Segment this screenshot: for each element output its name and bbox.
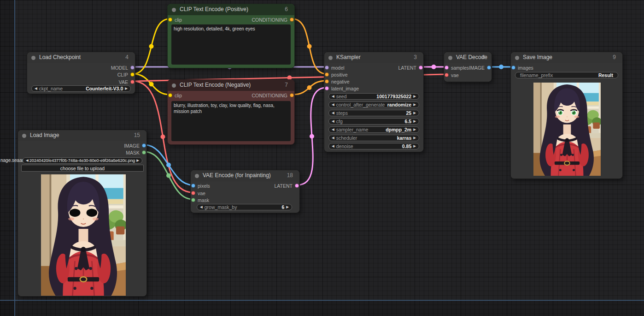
increment-arrow-icon[interactable]: ▶ — [286, 205, 289, 209]
ksampler-widget-denoise[interactable]: ◀denoise0.85▶ — [328, 143, 419, 149]
input-slot-vae[interactable]: vae — [445, 72, 459, 78]
input-slot-vae[interactable]: vae — [191, 190, 205, 197]
node-title-bar[interactable]: CLIP Text Encode (Positive) 6 — [168, 4, 294, 15]
positive-prompt-textarea[interactable]: high resolution, detailed, 4k, green eye… — [171, 24, 291, 65]
input-slot-negative[interactable]: negative — [325, 78, 350, 85]
conditioning-slot-dot[interactable] — [325, 79, 329, 83]
input-slot-model[interactable]: model — [325, 64, 345, 71]
increment-arrow-icon[interactable]: ▶ — [413, 103, 416, 107]
node-vae-decode[interactable]: VAE Decode 8 samples vae IMAGE — [444, 52, 492, 82]
increment-arrow-icon[interactable]: ▶ — [413, 119, 416, 123]
node-title-bar[interactable]: Load Image 15 — [18, 130, 146, 141]
save-image-preview[interactable] — [533, 83, 601, 176]
decrement-arrow-icon[interactable]: ◀ — [26, 159, 29, 162]
load-image-preview[interactable] — [41, 174, 126, 296]
link-midpoint-dot[interactable] — [499, 65, 503, 69]
input-slot-latent-image[interactable]: latent_image — [325, 85, 359, 92]
node-ksampler[interactable]: KSampler 3 model positive negative laten… — [324, 52, 424, 152]
latent-slot-dot[interactable] — [325, 86, 329, 90]
latent-slot-dot[interactable] — [445, 66, 449, 70]
collapse-dot-icon[interactable] — [328, 56, 333, 60]
node-title-bar[interactable]: VAE Decode 8 — [444, 52, 492, 63]
mask-slot-dot[interactable] — [142, 150, 146, 155]
input-slot-samples[interactable]: samples — [445, 64, 469, 71]
node-clip-text-encode-negative[interactable]: CLIP Text Encode (Negative) 7 clip CONDI… — [167, 79, 295, 145]
link-midpoint-dot[interactable] — [307, 44, 312, 49]
increment-arrow-icon[interactable]: ▶ — [413, 111, 416, 115]
input-slot-positive[interactable]: positive — [325, 71, 348, 78]
link-midpoint-dot[interactable] — [310, 134, 314, 139]
collapse-dot-icon[interactable] — [172, 8, 176, 12]
model-slot-dot[interactable] — [325, 66, 329, 70]
ksampler-widget-control_after_generate[interactable]: ◀control_after_generaterandomize▶ — [328, 101, 419, 108]
node-title-bar[interactable]: KSampler 3 — [324, 52, 423, 63]
link-midpoint-dot[interactable] — [307, 85, 312, 90]
increment-arrow-icon[interactable]: ▶ — [413, 144, 416, 148]
output-slot-clip[interactable]: CLIP — [117, 71, 135, 78]
collapse-dot-icon[interactable] — [448, 56, 452, 60]
ksampler-widget-seed[interactable]: ◀seed1001779325022▶ — [328, 93, 419, 100]
image-slot-dot[interactable] — [191, 184, 195, 188]
node-title-bar[interactable]: Load Checkpoint 4 — [27, 52, 135, 63]
decrement-arrow-icon[interactable]: ◀ — [332, 136, 334, 140]
output-slot-latent[interactable]: LATENT — [398, 64, 423, 71]
image-slot-dot[interactable] — [142, 143, 146, 148]
output-slot-mask[interactable]: MASK — [126, 149, 146, 156]
increment-arrow-icon[interactable]: ▶ — [125, 87, 128, 90]
collapse-dot-icon[interactable] — [31, 56, 35, 60]
link-midpoint-dot[interactable] — [166, 173, 171, 178]
node-clip-text-encode-positive[interactable]: CLIP Text Encode (Positive) 6 clip CONDI… — [167, 4, 295, 68]
ksampler-widget-steps[interactable]: ◀steps25▶ — [328, 110, 419, 116]
link-midpoint-dot[interactable] — [149, 82, 154, 87]
input-slot-clip[interactable]: clip — [168, 92, 182, 99]
conditioning-slot-dot[interactable] — [325, 72, 329, 77]
clip-slot-dot[interactable] — [168, 93, 172, 97]
link-midpoint-dot[interactable] — [166, 163, 171, 167]
choose-file-button[interactable]: choose file to upload — [21, 165, 144, 172]
image-slot-dot[interactable] — [511, 66, 515, 70]
node-title-bar[interactable]: Save Image 9 — [511, 52, 622, 63]
decrement-arrow-icon[interactable]: ◀ — [332, 103, 334, 107]
node-vae-encode-inpainting[interactable]: VAE Encode (for Inpainting) 18 pixels va… — [190, 170, 300, 213]
latent-slot-dot[interactable] — [419, 66, 423, 70]
collapse-dot-icon[interactable] — [515, 56, 519, 60]
input-slot-clip[interactable]: clip — [168, 16, 182, 23]
decrement-arrow-icon[interactable]: ◀ — [332, 144, 334, 148]
image-slot-dot[interactable] — [487, 66, 491, 70]
conditioning-slot-dot[interactable] — [290, 18, 294, 22]
collapse-dot-icon[interactable] — [172, 83, 176, 88]
decrement-arrow-icon[interactable]: ◀ — [332, 128, 334, 131]
node-title-bar[interactable]: VAE Encode (for Inpainting) 18 — [191, 170, 299, 181]
model-slot-dot[interactable] — [130, 66, 135, 70]
image-file-combo[interactable]: ◀ 20240420/e4377f05-748a-4e30-80e0-e9f26… — [23, 157, 142, 164]
link-midpoint-dot[interactable] — [161, 135, 165, 139]
clip-slot-dot[interactable] — [168, 18, 172, 22]
ksampler-widget-sampler_name[interactable]: ◀sampler_namedpmpp_2m▶ — [328, 126, 419, 133]
output-slot-model[interactable]: MODEL — [111, 64, 135, 71]
vae-slot-dot[interactable] — [191, 191, 195, 195]
conditioning-slot-dot[interactable] — [290, 93, 294, 97]
link-midpoint-dot[interactable] — [432, 65, 436, 69]
increment-arrow-icon[interactable]: ▶ — [413, 128, 416, 131]
node-load-checkpoint[interactable]: Load Checkpoint 4 MODEL CLIP VAE ◀ ckpt_… — [27, 52, 135, 94]
mask-slot-dot[interactable] — [191, 198, 195, 202]
input-slot-images[interactable]: images — [511, 64, 533, 71]
input-slot-mask[interactable]: mask — [191, 197, 209, 203]
output-slot-conditioning[interactable]: CONDITIONING — [252, 92, 294, 99]
ksampler-widget-cfg[interactable]: ◀cfg6.5▶ — [328, 118, 419, 125]
output-slot-image[interactable]: IMAGE — [124, 142, 146, 149]
decrement-arrow-icon[interactable]: ◀ — [332, 95, 334, 98]
input-slot-pixels[interactable]: pixels — [191, 182, 210, 189]
grow-mask-by-stepper[interactable]: ◀ grow_mask_by 6 ▶ — [197, 204, 292, 210]
link-midpoint-dot[interactable] — [149, 44, 154, 49]
decrement-arrow-icon[interactable]: ◀ — [200, 205, 203, 209]
decrement-arrow-icon[interactable]: ◀ — [332, 111, 334, 115]
clip-slot-dot[interactable] — [130, 72, 135, 77]
ksampler-widget-scheduler[interactable]: ◀schedulerkarras▶ — [328, 135, 419, 141]
output-slot-vae[interactable]: VAE — [119, 78, 135, 85]
vae-slot-dot[interactable] — [445, 73, 449, 77]
node-save-image[interactable]: Save Image 9 images filename_prefix Resu… — [510, 52, 623, 179]
output-slot-image[interactable]: IMAGE — [469, 64, 491, 71]
increment-arrow-icon[interactable]: ▶ — [413, 95, 416, 98]
vae-slot-dot[interactable] — [130, 80, 135, 84]
